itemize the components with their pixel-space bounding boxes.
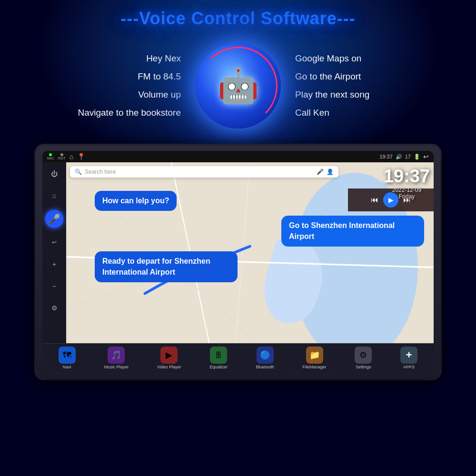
app-music[interactable]: 🎵 Music Player	[104, 347, 129, 369]
volume-icon: 🔊	[396, 154, 402, 160]
home-icon: ⌂	[69, 153, 73, 160]
video-label: Video Player	[157, 365, 181, 369]
battery-level: 17	[405, 154, 411, 159]
mic-search-icon: 🎤	[317, 169, 324, 175]
right-commands: Google Maps on Go to the Airport Play th…	[281, 53, 424, 118]
robot-icon: 🤖	[218, 69, 259, 102]
page-title: ---Voice Control Software---	[0, 9, 476, 29]
map-pin-icon: 📍	[77, 153, 85, 160]
robot-orb[interactable]: 🤖	[195, 43, 281, 129]
search-placeholder: Search here	[85, 169, 116, 175]
settings-button[interactable]: ⚙	[47, 300, 62, 316]
screen-topbar: MIC RST ⌂ 📍 19:37 🔊 17 🔋 ↩	[42, 151, 434, 162]
cmd-fm: FM to 84.5	[52, 71, 181, 82]
mic-button[interactable]: 🎤	[45, 210, 63, 228]
rst-indicator: RST	[58, 153, 66, 160]
app-video[interactable]: ▶ Video Player	[157, 347, 181, 369]
eq-icon: 🎚	[210, 347, 227, 364]
main-screen: 🔍 Search here 🎤 👤 19:37 2022-12-09 Frida…	[66, 162, 434, 343]
navi-label: Navi	[63, 365, 71, 369]
music-icon: 🎵	[108, 347, 125, 364]
navi-icon: 🗺	[59, 347, 76, 364]
eq-label: Equalizer	[210, 365, 228, 369]
apps-icon: +	[400, 347, 417, 364]
topbar-left: MIC RST ⌂ 📍	[47, 153, 85, 160]
rst-label: RST	[58, 156, 66, 160]
top-section: ---Voice Control Software--- Hey Nex FM …	[0, 0, 476, 138]
chat-bubble-3: Ready to depart for Shenzhen Internation…	[95, 251, 238, 282]
vol-down-button[interactable]: −	[47, 278, 62, 294]
cmd-call-ken: Call Ken	[295, 108, 424, 118]
cmd-next-song: Play the next song	[295, 89, 424, 100]
search-bar[interactable]: 🔍 Search here 🎤 👤	[70, 166, 338, 178]
back-button[interactable]: ↩	[47, 235, 62, 250]
cmd-airport: Go to the Airport	[295, 71, 424, 82]
vol-up-button[interactable]: +	[47, 257, 62, 272]
cmd-hey-nex: Hey Nex	[52, 53, 181, 64]
back-icon[interactable]: ↩	[423, 153, 429, 160]
files-icon: 📁	[306, 347, 323, 364]
settings-icon: ⚙	[355, 347, 372, 364]
files-label: FileManager	[303, 365, 327, 369]
orb-outer: 🤖	[195, 43, 281, 129]
app-bluetooth[interactable]: 🔵 Bluetooth	[256, 347, 274, 369]
power-button[interactable]: ⏻	[47, 166, 62, 181]
left-panel: ⏻ ⌂ 🎤 ↩ + − ⚙	[42, 162, 66, 343]
chat-bubble-2: Go to Shenzhen International Airport	[281, 216, 424, 247]
cmd-volume: Volume up	[52, 89, 181, 100]
bt-icon: 🔵	[257, 347, 274, 364]
mic-indicator: MIC	[47, 153, 54, 160]
bt-label: Bluetooth	[256, 365, 274, 369]
battery-icon: 🔋	[414, 154, 420, 160]
apps-label: APPS	[403, 365, 415, 369]
chat-area: How can lelp you? Go to Shenzhen Interna…	[95, 186, 429, 315]
app-navi[interactable]: 🗺 Navi	[59, 347, 76, 369]
video-icon: ▶	[160, 347, 178, 364]
chat-bubble-1: How can lelp you?	[95, 191, 177, 211]
clock-display: 19:37	[384, 166, 430, 187]
cmd-navigate: Navigate to the bookstore	[52, 108, 181, 118]
car-unit: MIC RST ⌂ 📍 19:37 🔊 17 🔋 ↩	[36, 145, 440, 379]
left-commands: Hey Nex FM to 84.5 Volume up Navigate to…	[52, 53, 195, 118]
home-button[interactable]: ⌂	[47, 188, 62, 203]
voice-area: Hey Nex FM to 84.5 Volume up Navigate to…	[0, 33, 476, 138]
account-icon: 👤	[327, 169, 334, 175]
app-settings[interactable]: ⚙ Settings	[355, 347, 372, 369]
topbar-right: 19:37 🔊 17 🔋 ↩	[379, 153, 429, 160]
screen-main: ⏻ ⌂ 🎤 ↩ + − ⚙	[42, 162, 434, 343]
status-time: 19:37	[379, 154, 393, 159]
mic-label: MIC	[47, 156, 54, 160]
app-eq[interactable]: 🎚 Equalizer	[210, 347, 228, 369]
music-label: Music Player	[104, 365, 129, 369]
settings-label: Settings	[356, 365, 371, 369]
bottom-appbar: 🗺 Navi 🎵 Music Player ▶ Video Player 🎚 E…	[42, 343, 434, 372]
car-section: MIC RST ⌂ 📍 19:37 🔊 17 🔋 ↩	[0, 145, 476, 379]
app-apps[interactable]: + APPS	[400, 347, 417, 369]
screen-body-wrapper: MIC RST ⌂ 📍 19:37 🔊 17 🔋 ↩	[42, 151, 434, 372]
search-icon: 🔍	[75, 169, 82, 175]
cmd-google-maps: Google Maps on	[295, 53, 424, 64]
app-files[interactable]: 📁 FileManager	[303, 347, 327, 369]
